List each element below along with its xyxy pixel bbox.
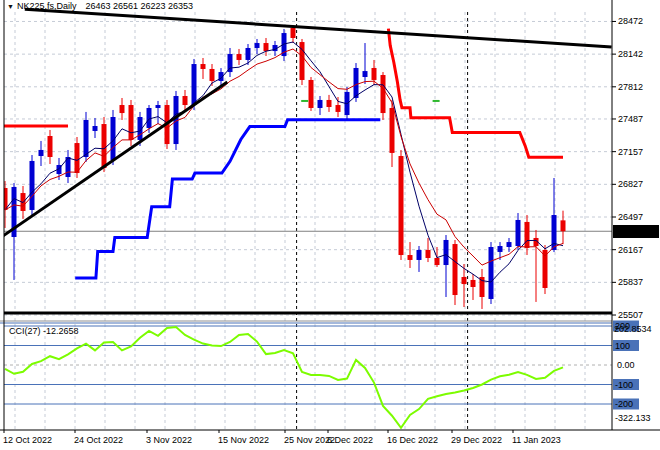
candle-body: [381, 75, 386, 113]
candlestick: [480, 269, 485, 309]
candlestick: [120, 98, 125, 120]
candlestick: [39, 141, 44, 166]
candlestick: [228, 48, 233, 77]
candlestick: [66, 150, 71, 183]
cci-max-label: 202.8534: [614, 324, 652, 334]
cci-pane: [4, 326, 612, 428]
candlestick: [399, 150, 404, 260]
price-tick-label: 25507: [618, 310, 643, 320]
candle-body: [48, 136, 53, 157]
candlestick: [255, 39, 260, 54]
candlestick: [237, 49, 242, 65]
pane-separator[interactable]: [0, 321, 612, 323]
price-tick-label: 28472: [618, 16, 643, 26]
candle-body: [318, 100, 323, 108]
candlestick: [309, 77, 314, 111]
candle-body: [516, 220, 521, 246]
ma-fast-line: [5, 42, 563, 282]
candle-body: [498, 246, 503, 252]
time-tick-label: 24 Oct 2022: [74, 435, 123, 445]
candlestick: [444, 235, 449, 297]
time-tick-label: 11 Jan 2023: [512, 435, 561, 445]
time-tick-label: 6 Dec 2022: [327, 435, 373, 445]
price-tick-label: 26827: [618, 179, 643, 189]
candle-body: [417, 250, 422, 260]
candlestick: [93, 118, 98, 138]
price-chart-canvas: 2847228142278122748727157268272649726167…: [0, 0, 660, 450]
candle-body: [354, 68, 359, 98]
candle-body: [462, 277, 467, 284]
cci-indicator-label: CCI(27) -12.2658: [9, 326, 79, 336]
cci-line: [5, 327, 563, 428]
candle-body: [201, 64, 206, 69]
candle-body: [426, 250, 431, 258]
candle-body: [399, 156, 404, 255]
candlestick: [363, 43, 368, 84]
candlestick: [264, 38, 269, 56]
candle-body: [183, 96, 188, 105]
candle-body: [363, 71, 368, 77]
candle-body: [264, 43, 269, 51]
candle-body: [210, 69, 215, 81]
candle-body: [408, 255, 413, 260]
symbol-timeframe-label: NK225.fs,Daily: [17, 1, 77, 11]
price-tick-label: 26497: [618, 212, 643, 222]
candlestick: [561, 211, 566, 244]
candle-body: [525, 222, 530, 248]
candlestick: [543, 245, 548, 294]
candle-body: [489, 247, 494, 299]
descending-trendline[interactable]: [25, 9, 612, 47]
candle-body: [147, 108, 152, 128]
candlestick: [327, 95, 332, 112]
support-step-line: [75, 120, 380, 278]
candlestick: [300, 39, 305, 85]
candlestick: [318, 96, 323, 115]
candlestick: [489, 242, 494, 304]
candlestick: [12, 183, 17, 280]
candlestick: [462, 264, 467, 307]
cci-level-box-label: -100: [615, 380, 633, 390]
candle-body: [237, 54, 242, 60]
rising-trendline[interactable]: [0, 82, 227, 238]
candlestick: [183, 90, 188, 110]
price-tick-label: 28142: [618, 49, 643, 59]
candle-body: [246, 48, 251, 60]
cci-zero-label: 0.00: [617, 360, 635, 370]
cci-level-box-label: -200: [615, 399, 633, 409]
bid-price-box-label: 26353: [616, 227, 641, 237]
candlestick: [471, 274, 476, 300]
candle-body: [435, 258, 440, 265]
candlestick: [48, 130, 53, 164]
chart-title-bar: ▼ NK225.fs,Daily 26463 26561 26223 26353: [7, 1, 193, 11]
chart-window: ▼ NK225.fs,Daily 26463 26561 26223 26353…: [0, 0, 660, 450]
candlestick: [453, 240, 458, 305]
chart-menu-dropdown-icon[interactable]: ▼: [7, 3, 14, 10]
candle-body: [120, 105, 125, 113]
candlestick: [525, 215, 530, 255]
main-pane: [0, 9, 612, 313]
candlestick: [30, 155, 35, 216]
candle-body: [75, 143, 80, 173]
candle-body: [84, 120, 89, 157]
candlestick: [3, 181, 8, 228]
price-tick-label: 25837: [618, 277, 643, 287]
candle-body: [30, 161, 35, 210]
candle-body: [3, 188, 8, 210]
candle-body: [507, 242, 512, 247]
candle-body: [39, 150, 44, 156]
candle-body: [309, 80, 314, 108]
candle-body: [453, 244, 458, 295]
candle-body: [471, 280, 476, 287]
candle-body: [372, 68, 377, 80]
candlestick: [201, 58, 206, 79]
candle-body: [444, 240, 449, 265]
resistance-step-line: [388, 29, 563, 158]
candlestick: [516, 213, 521, 250]
price-tick-label: 27157: [618, 147, 643, 157]
time-tick-label: 3 Nov 2022: [146, 435, 192, 445]
candle-body: [291, 28, 296, 38]
candlestick: [552, 178, 557, 252]
candlestick: [336, 97, 341, 117]
candle-body: [255, 43, 260, 48]
candlestick: [408, 242, 413, 268]
